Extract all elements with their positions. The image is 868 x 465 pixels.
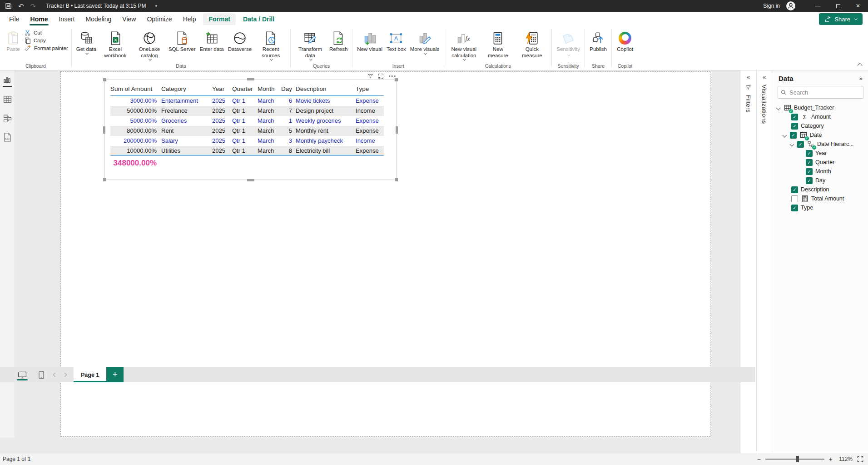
column-header[interactable]: Description (296, 82, 356, 96)
field-checkbox[interactable]: ✓ (806, 168, 813, 175)
resize-handle[interactable] (247, 78, 254, 80)
title-dropdown-icon[interactable]: ▾ (155, 4, 157, 8)
recent-sources-button[interactable]: Recent sources (254, 29, 287, 61)
undo-icon[interactable]: ↶ (18, 3, 24, 10)
field-row-total-amount[interactable]: Total Amount (772, 194, 868, 203)
tab-insert[interactable]: Insert (53, 12, 80, 26)
column-header[interactable]: Month (258, 82, 281, 96)
model-view-button[interactable] (2, 112, 13, 124)
tab-view[interactable]: View (117, 12, 141, 26)
field-checkbox[interactable]: ✓ (806, 150, 813, 157)
zoom-slider[interactable] (765, 459, 824, 460)
column-header[interactable]: Year (212, 82, 232, 96)
field-checkbox[interactable]: ✓ (806, 159, 813, 166)
column-header[interactable]: Day (281, 82, 296, 96)
column-header[interactable]: Sum of Amount (110, 82, 161, 96)
publish-button[interactable]: Publish (588, 29, 608, 53)
zoom-slider-thumb[interactable] (796, 456, 799, 462)
table-row[interactable]: 3000.00%Entertainment2025Qtr 1March6Movi… (110, 96, 384, 106)
resize-handle[interactable] (396, 126, 398, 134)
minimize-button[interactable]: — (808, 0, 828, 12)
account-avatar[interactable] (786, 1, 795, 10)
desktop-layout-button[interactable] (16, 367, 28, 382)
field-row-description[interactable]: ✓Description (772, 185, 868, 194)
resize-handle[interactable] (395, 178, 398, 181)
field-row-quarter[interactable]: ✓Quarter (772, 158, 868, 167)
expand-visualizations-icon[interactable]: « (763, 74, 766, 80)
field-checkbox[interactable]: ✓ (791, 205, 798, 211)
refresh-button[interactable]: Refresh (328, 29, 349, 53)
resize-handle[interactable] (395, 78, 398, 81)
zoom-in-button[interactable]: + (829, 456, 833, 462)
maximize-button[interactable] (828, 0, 848, 12)
sign-in-button[interactable]: Sign in (763, 3, 780, 9)
field-row-budget-tracker[interactable]: ✓Budget_Tracker (772, 103, 868, 112)
column-header[interactable]: Type (356, 82, 384, 96)
share-button[interactable]: Share (819, 13, 863, 25)
format-painter-button[interactable]: Format painter (25, 45, 68, 51)
page-tab[interactable]: Page 1 (74, 367, 106, 382)
field-row-category[interactable]: ✓Category (772, 121, 868, 130)
close-button[interactable]: ✕ (848, 0, 868, 12)
table-row[interactable]: 50000.00%Freelance2025Qtr 1March7Design … (110, 106, 384, 116)
column-header[interactable]: Quarter (232, 82, 258, 96)
new-measure-button[interactable]: New measure (481, 29, 514, 59)
table-row[interactable]: 200000.00%Salary2025Qtr 1March3Monthly p… (110, 136, 384, 146)
table-row[interactable]: 5000.00%Groceries2025Qtr 1March1Weekly g… (110, 116, 384, 126)
excel-workbook-button[interactable]: X Excel workbook (99, 29, 132, 59)
expand-chevron-icon[interactable] (783, 133, 787, 137)
more-visuals-button[interactable]: More visuals (409, 29, 441, 55)
column-header[interactable]: Category (161, 82, 212, 96)
tab-format[interactable]: Format (203, 13, 235, 25)
tab-file[interactable]: File (4, 12, 25, 26)
expand-chevron-icon[interactable] (776, 105, 781, 110)
visualizations-pane-collapsed[interactable]: « Visualizations (756, 70, 772, 453)
field-checkbox[interactable]: ✓ (791, 186, 798, 193)
copy-button[interactable]: Copy (25, 37, 46, 44)
field-checkbox[interactable]: ✓ (806, 177, 813, 184)
expand-chevron-icon[interactable] (790, 142, 794, 146)
report-view-button[interactable] (2, 74, 13, 86)
tab-help[interactable]: Help (178, 12, 202, 26)
fit-to-page-icon[interactable] (857, 456, 863, 462)
tab-modeling[interactable]: Modeling (80, 12, 117, 26)
field-checkbox[interactable] (791, 195, 798, 202)
tab-home[interactable]: Home (25, 12, 54, 26)
get-data-button[interactable]: Get data (75, 29, 98, 55)
field-row-date-hierarc[interactable]: ✓✓Date Hierarc... (772, 140, 868, 149)
collapse-data-pane-icon[interactable]: » (859, 75, 863, 81)
new-page-button[interactable]: + (106, 367, 124, 382)
resize-handle[interactable] (103, 178, 106, 181)
focus-mode-icon[interactable] (378, 73, 384, 79)
filter-icon[interactable] (367, 73, 373, 79)
resize-handle[interactable] (247, 179, 254, 181)
new-visual-calculation-button[interactable]: fx New visual calculation (447, 29, 480, 61)
copilot-button[interactable]: Copilot (615, 29, 635, 53)
field-row-amount[interactable]: ✓ΣAmount (772, 112, 868, 121)
field-checkbox[interactable]: ✓ (791, 114, 798, 120)
dax-query-view-button[interactable]: DAX (2, 131, 13, 143)
save-icon[interactable] (5, 2, 12, 10)
mobile-layout-button[interactable] (35, 367, 47, 382)
field-checkbox[interactable]: ✓ (797, 141, 804, 148)
expand-filters-icon[interactable]: « (747, 74, 750, 80)
search-input[interactable] (789, 89, 848, 96)
dataverse-button[interactable]: Dataverse (227, 29, 253, 53)
field-row-day[interactable]: ✓Day (772, 176, 868, 185)
field-row-type[interactable]: ✓Type (772, 203, 868, 212)
field-checkbox[interactable]: ✓ (791, 123, 798, 130)
sql-server-button[interactable]: SQL Server (167, 29, 197, 53)
tab-data-drill[interactable]: Data / Drill (238, 12, 280, 26)
transform-data-button[interactable]: Transform data (294, 29, 327, 61)
tab-optimize[interactable]: Optimize (141, 12, 177, 26)
resize-handle[interactable] (103, 126, 105, 134)
field-row-year[interactable]: ✓Year (772, 149, 868, 158)
field-checkbox[interactable]: ✓ (790, 132, 797, 139)
table-row[interactable]: 10000.00%Utilities2025Qtr 1March8Electri… (110, 146, 384, 156)
cut-button[interactable]: Cut (25, 30, 42, 36)
onelake-catalog-button[interactable]: OneLake catalog (133, 29, 166, 61)
field-search-box[interactable] (778, 86, 863, 99)
table-visual[interactable]: Sum of AmountCategoryYearQuarterMonthDay… (104, 80, 397, 180)
table-row[interactable]: 80000.00%Rent2025Qtr 1March5Monthly rent… (110, 126, 384, 136)
filters-pane-collapsed[interactable]: « Filters (740, 70, 756, 453)
